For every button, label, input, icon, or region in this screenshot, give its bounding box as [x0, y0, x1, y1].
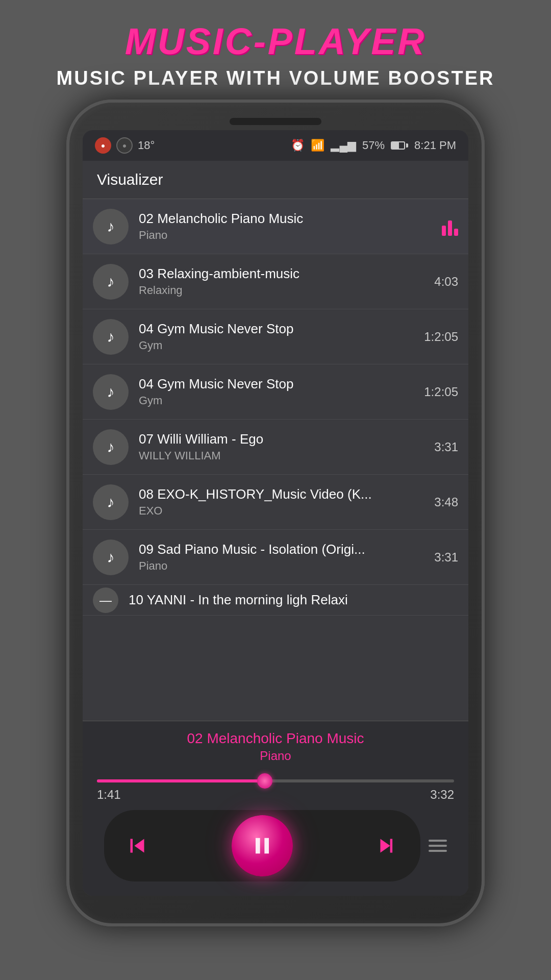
phone-mockup: ● ● 18° ⏰ 📶 ▂▄▆ 57% 8:21: [66, 100, 485, 926]
track-artist: Relaxing: [139, 284, 429, 297]
track-info: 04 Gym Music Never Stop Gym: [139, 376, 419, 407]
track-title: 04 Gym Music Never Stop: [139, 376, 419, 392]
track-artist: Gym: [139, 394, 419, 407]
menu-line: [429, 850, 447, 852]
track-info: 09 Sad Piano Music - Isolation (Origi...…: [139, 542, 429, 573]
status-bar: ● ● 18° ⏰ 📶 ▂▄▆ 57% 8:21: [83, 130, 468, 161]
status-temperature: 18°: [138, 139, 155, 152]
music-note-icon: ♪: [107, 383, 115, 401]
track-item[interactable]: ♪ 02 Melancholic Piano Music Piano: [83, 199, 468, 254]
progress-fill: [97, 779, 265, 782]
controls-inner: [104, 810, 420, 881]
controls: [83, 806, 468, 896]
track-album-art: ♪: [93, 374, 129, 410]
app-logo: MUSIC-PLAYER: [125, 20, 427, 62]
track-title: 03 Relaxing-ambient-music: [139, 266, 429, 282]
track-info: 02 Melancholic Piano Music Piano: [139, 211, 437, 242]
track-item[interactable]: — 10 YANNI - In the morning ligh Relaxi: [83, 585, 468, 616]
track-info: 07 Willi William - Ego WILLY WILLIAM: [139, 431, 429, 462]
track-album-art: ♪: [93, 264, 129, 300]
phone-screen: ● ● 18° ⏰ 📶 ▂▄▆ 57% 8:21: [83, 130, 468, 896]
track-info: 10 YANNI - In the morning ligh Relaxi: [129, 592, 458, 608]
track-title: 02 Melancholic Piano Music: [139, 211, 437, 227]
header-area: MUSIC-PLAYER MUSIC PLAYER WITH VOLUME BO…: [0, 0, 551, 100]
alarm-icon: ⏰: [291, 139, 305, 152]
music-note-icon: ♪: [107, 328, 115, 346]
track-duration: 1:2:05: [424, 330, 458, 344]
status-left: ● ● 18°: [95, 137, 155, 154]
music-note-icon: ♪: [107, 218, 115, 235]
menu-line: [429, 840, 447, 842]
current-time: 1:41: [97, 788, 121, 802]
skip-previous-icon: [123, 832, 151, 860]
track-item[interactable]: ♪ 04 Gym Music Never Stop Gym 1:2:05: [83, 364, 468, 420]
visualizer-header: Visualizer: [83, 161, 468, 199]
track-album-art: ♪: [93, 484, 129, 520]
eq-bar: [454, 229, 458, 236]
track-album-art: ♪: [93, 319, 129, 355]
progress-thumb[interactable]: [257, 773, 272, 789]
signal-icon: ▂▄▆: [331, 139, 356, 152]
track-artist: Piano: [139, 559, 429, 573]
app-subtitle: MUSIC PLAYER WITH VOLUME BOOSTER: [57, 67, 495, 89]
track-info: 04 Gym Music Never Stop Gym: [139, 321, 419, 352]
track-title: 08 EXO-K_HISTORY_Music Video (K...: [139, 486, 429, 502]
equalizer-bars: [442, 217, 458, 236]
track-artist: WILLY WILLIAM: [139, 449, 429, 462]
visualizer-label: Visualizer: [97, 171, 163, 188]
track-title: 04 Gym Music Never Stop: [139, 321, 419, 337]
status-right: ⏰ 📶 ▂▄▆ 57% 8:21 PM: [291, 139, 456, 152]
menu-button[interactable]: [429, 840, 447, 852]
total-time: 3:32: [430, 788, 454, 802]
track-item[interactable]: ♪ 08 EXO-K_HISTORY_Music Video (K... EXO…: [83, 475, 468, 530]
menu-line: [429, 845, 447, 847]
battery-percent: 57%: [362, 139, 385, 152]
track-info: 08 EXO-K_HISTORY_Music Video (K... EXO: [139, 486, 429, 518]
music-note-icon: ♪: [107, 549, 115, 566]
track-item[interactable]: ♪ 09 Sad Piano Music - Isolation (Origi.…: [83, 530, 468, 585]
track-album-art: ♪: [93, 429, 129, 465]
progress-bar[interactable]: [97, 779, 454, 782]
track-info: 03 Relaxing-ambient-music Relaxing: [139, 266, 429, 297]
now-playing: 02 Melancholic Piano Music Piano: [83, 721, 468, 769]
track-item[interactable]: ♪ 07 Willi William - Ego WILLY WILLIAM 3…: [83, 420, 468, 475]
track-artist: Gym: [139, 339, 419, 352]
track-item[interactable]: ♪ 03 Relaxing-ambient-music Relaxing 4:0…: [83, 254, 468, 309]
play-pause-button[interactable]: [232, 815, 293, 876]
eq-bar: [448, 220, 452, 236]
track-album-art: ♪: [93, 209, 129, 244]
status-icon-dark: ●: [116, 137, 133, 154]
now-playing-artist: Piano: [97, 749, 454, 763]
phone-notch: [230, 118, 321, 125]
track-title: 09 Sad Piano Music - Isolation (Origi...: [139, 542, 429, 557]
now-playing-title: 02 Melancholic Piano Music: [97, 730, 454, 747]
status-icon-red: ●: [95, 137, 111, 154]
track-duration: 3:31: [434, 440, 458, 454]
battery-icon: [391, 141, 408, 150]
progress-section[interactable]: 1:41 3:32: [83, 769, 468, 806]
track-artist: EXO: [139, 504, 429, 518]
eq-bar: [442, 226, 446, 236]
music-note-icon: ♪: [107, 494, 115, 511]
music-note-icon: ♪: [107, 438, 115, 456]
track-artist: Piano: [139, 229, 437, 242]
track-title: 07 Willi William - Ego: [139, 431, 429, 447]
track-item[interactable]: ♪ 04 Gym Music Never Stop Gym 1:2:05: [83, 309, 468, 364]
prev-button[interactable]: [114, 823, 160, 869]
track-album-art: —: [93, 587, 118, 613]
track-duration: 4:03: [434, 275, 458, 289]
track-list: ♪ 02 Melancholic Piano Music Piano ♪: [83, 199, 468, 721]
track-duration: 1:2:05: [424, 385, 458, 399]
track-album-art: ♪: [93, 540, 129, 575]
wifi-icon: 📶: [311, 139, 324, 152]
next-button[interactable]: [364, 823, 410, 869]
status-time: 8:21 PM: [414, 139, 456, 152]
track-duration: 3:31: [434, 550, 458, 565]
progress-times: 1:41 3:32: [97, 788, 454, 806]
pause-icon: [249, 832, 276, 859]
track-duration: 3:48: [434, 495, 458, 509]
skip-next-icon: [373, 832, 401, 860]
track-title: 10 YANNI - In the morning ligh Relaxi: [129, 592, 458, 608]
music-note-icon: ♪: [107, 273, 115, 290]
